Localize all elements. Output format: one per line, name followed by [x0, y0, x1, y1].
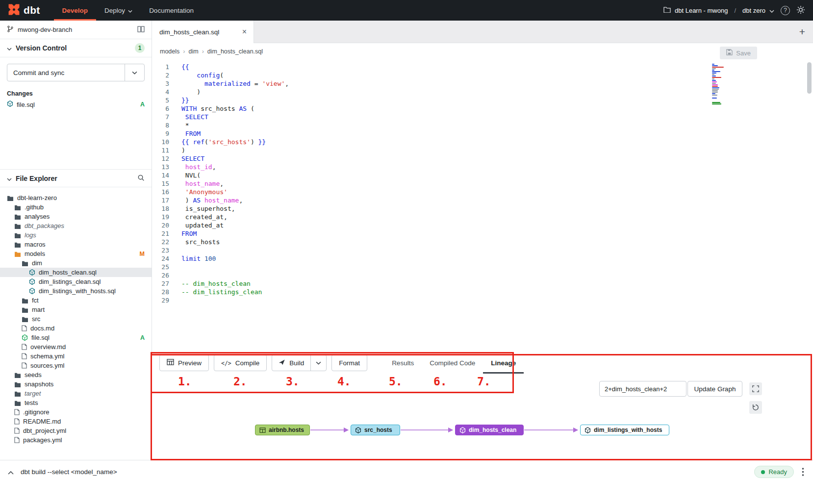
code-line[interactable]: 19 created_at,: [152, 213, 813, 221]
tree-item-logs[interactable]: logs: [0, 230, 152, 240]
tree-item-dim_listings_clean.sql[interactable]: dim_listings_clean.sql: [0, 277, 152, 286]
build-button[interactable]: Build: [272, 355, 310, 371]
command-input[interactable]: dbt build --select <model_name>: [21, 468, 117, 476]
nav-item-documentation[interactable]: Documentation: [141, 0, 202, 21]
breadcrumb-item[interactable]: dim: [188, 48, 198, 55]
version-control-header[interactable]: Version Control 1: [0, 39, 152, 57]
code-line[interactable]: 23: [152, 246, 813, 254]
kebab-menu-icon[interactable]: [801, 467, 805, 477]
breadcrumb-item[interactable]: dim_hosts_clean.sql: [207, 48, 263, 55]
close-icon[interactable]: ×: [242, 27, 247, 36]
code-line[interactable]: 29: [152, 296, 813, 304]
code-line[interactable]: 25: [152, 263, 813, 271]
tree-item-macros[interactable]: macros: [0, 240, 152, 249]
tree-item-target[interactable]: target: [0, 389, 152, 398]
branch-row[interactable]: mwong-dev-branch: [0, 21, 152, 39]
editor-tab[interactable]: dim_hosts_clean.sql ×: [152, 21, 254, 43]
code-line[interactable]: 28-- dim_listings_clean: [152, 288, 813, 296]
split-view-icon[interactable]: [137, 26, 145, 34]
code-line[interactable]: 14 NVL(: [152, 171, 813, 179]
code-line[interactable]: 27-- dim_hosts_clean: [152, 279, 813, 288]
tree-item-snapshots[interactable]: snapshots: [0, 379, 152, 389]
code-line[interactable]: 7 SELECT: [152, 113, 813, 121]
code-line[interactable]: 8 *: [152, 121, 813, 129]
tree-item-tests[interactable]: tests: [0, 398, 152, 407]
code-line[interactable]: 17 ) AS host_name,: [152, 196, 813, 204]
editor-scrollbar[interactable]: [807, 62, 812, 94]
search-icon[interactable]: [137, 174, 145, 183]
dbt-logo[interactable]: dbt: [0, 0, 54, 21]
code-line[interactable]: 12SELECT: [152, 154, 813, 163]
nav-item-develop[interactable]: Develop: [54, 0, 97, 21]
code-line[interactable]: 18 is_superhost,: [152, 204, 813, 213]
line-number: 9: [152, 129, 169, 138]
document-file-icon: [14, 409, 20, 415]
code-line[interactable]: 9 FROM: [152, 129, 813, 138]
lineage-node-src_hosts[interactable]: src_hosts: [351, 425, 400, 435]
tree-item-dim_hosts_clean.sql[interactable]: dim_hosts_clean.sql: [0, 268, 152, 277]
tree-item-dbt_packages[interactable]: dbt_packages: [0, 221, 152, 230]
tree-item-overview.md[interactable]: overview.md: [0, 342, 152, 352]
tree-item-sources.yml[interactable]: sources.yml: [0, 361, 152, 370]
cube-icon: [584, 427, 591, 433]
commit-options-caret[interactable]: [125, 64, 144, 81]
changed-file-row[interactable]: file.sql A: [0, 100, 152, 109]
tree-item-fct[interactable]: fct: [0, 296, 152, 305]
code-line[interactable]: 24limit 100: [152, 254, 813, 263]
gear-icon[interactable]: [796, 5, 805, 16]
format-button[interactable]: Format: [331, 354, 367, 371]
document-file-icon: [22, 362, 27, 369]
breadcrumb-item[interactable]: models: [160, 48, 179, 55]
file-explorer-header[interactable]: File Explorer: [0, 169, 152, 187]
fullscreen-icon[interactable]: [749, 382, 762, 395]
tree-item-packages.yml[interactable]: packages.yml: [0, 435, 152, 445]
tree-item-dbt-learn-zero[interactable]: dbt-learn-zero: [0, 193, 152, 202]
tree-item-models[interactable]: modelsM: [0, 249, 152, 258]
update-graph-button[interactable]: Update Graph: [687, 381, 742, 397]
reset-view-icon[interactable]: [749, 401, 762, 414]
tree-item-dbt_project.yml[interactable]: dbt_project.yml: [0, 426, 152, 435]
preview-button[interactable]: Preview: [159, 354, 209, 371]
tab-compiled-code[interactable]: Compiled Code: [422, 352, 483, 374]
code-line[interactable]: 11): [152, 146, 813, 154]
tree-item-docs.md[interactable]: docs.md: [0, 324, 152, 333]
chevron-down-icon: [7, 44, 12, 52]
save-button[interactable]: Save: [720, 47, 757, 59]
code-line[interactable]: 26: [152, 271, 813, 279]
account-switcher[interactable]: dbt Learn - mwong: [663, 6, 728, 14]
code-line[interactable]: 15 host_name,: [152, 179, 813, 188]
compile-button[interactable]: </>Compile: [214, 354, 267, 371]
code-line[interactable]: 13 host_id,: [152, 163, 813, 171]
project-switcher[interactable]: dbt zero: [742, 7, 774, 14]
nav-item-deploy[interactable]: Deploy: [96, 0, 141, 21]
lineage-node-dim_hosts_clean[interactable]: dim_hosts_clean: [455, 425, 524, 435]
lineage-selector-input[interactable]: 2+dim_hosts_clean+2: [599, 381, 686, 397]
commit-button-label: Commit and sync: [7, 64, 125, 81]
tree-item-README.md[interactable]: README.md: [0, 417, 152, 426]
chevron-up-icon[interactable]: [8, 468, 14, 477]
tree-item-file.sql[interactable]: file.sqlA: [0, 333, 152, 342]
lineage-node-airbnb.hosts[interactable]: airbnb.hosts: [255, 425, 310, 435]
code-line[interactable]: 20 updated_at: [152, 221, 813, 229]
tree-item-schema.yml[interactable]: schema.yml: [0, 352, 152, 361]
code-line[interactable]: 16 'Anonymous': [152, 188, 813, 196]
tree-item-seeds[interactable]: seeds: [0, 370, 152, 379]
tree-item-src[interactable]: src: [0, 314, 152, 324]
git-status-badge: A: [140, 334, 145, 341]
tree-item-mart[interactable]: mart: [0, 305, 152, 314]
tree-item-dim_listings_with_hosts.sql[interactable]: dim_listings_with_hosts.sql: [0, 286, 152, 296]
tab-results[interactable]: Results: [384, 352, 422, 374]
code-line[interactable]: 10{{ ref('src_hosts') }}: [152, 138, 813, 146]
new-tab-button[interactable]: +: [794, 21, 810, 43]
tree-item-.github[interactable]: .github: [0, 202, 152, 212]
help-icon[interactable]: ?: [781, 6, 790, 15]
build-options-caret[interactable]: [310, 355, 326, 371]
lineage-node-dim_listings_with_hosts[interactable]: dim_listings_with_hosts: [580, 425, 669, 435]
tab-lineage[interactable]: Lineage: [483, 352, 524, 374]
tree-item-analyses[interactable]: analyses: [0, 212, 152, 221]
tree-item-.gitignore[interactable]: .gitignore: [0, 407, 152, 417]
code-line[interactable]: 22 src_hosts: [152, 238, 813, 246]
commit-and-sync-button[interactable]: Commit and sync: [7, 64, 145, 81]
code-line[interactable]: 21FROM: [152, 229, 813, 238]
tree-item-dim[interactable]: dim: [0, 258, 152, 268]
